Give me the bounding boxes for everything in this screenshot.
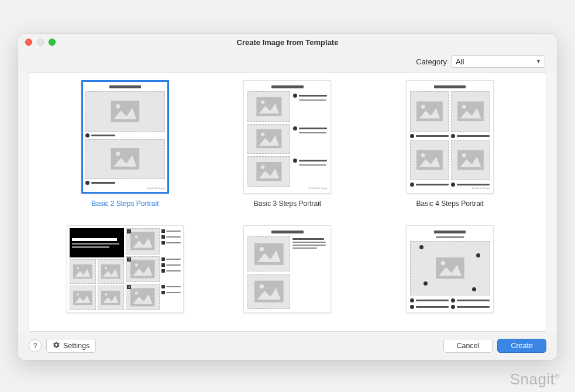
dialog-footer: ? Settings Cancel Create [18, 332, 557, 360]
settings-button[interactable]: Settings [46, 339, 96, 353]
template-label: Basic 4 Steps Portrait [416, 200, 483, 208]
create-button[interactable]: Create [497, 339, 546, 353]
svg-point-3 [116, 152, 120, 156]
svg-point-13 [462, 105, 466, 109]
template-item-6[interactable] [377, 225, 522, 313]
dialog-window: Create Image from Template Category All … [18, 34, 557, 360]
toolbar: Category All ▼ [18, 50, 557, 73]
template-label: Basic 3 Steps Portrait [254, 200, 321, 208]
svg-point-1 [116, 104, 120, 108]
svg-point-33 [260, 247, 264, 251]
svg-point-15 [421, 154, 425, 158]
svg-point-9 [261, 165, 264, 169]
svg-point-35 [260, 284, 264, 288]
svg-point-27 [135, 235, 138, 238]
svg-point-19 [77, 267, 79, 269]
svg-point-23 [77, 293, 79, 295]
window-title: Create Image from Template [18, 38, 557, 47]
gear-icon [53, 341, 60, 350]
svg-point-37 [440, 261, 445, 265]
template-basic-3-steps-portrait[interactable]: TechSmith Snagit Basic 3 Steps Portrait [215, 80, 360, 208]
svg-point-5 [261, 100, 264, 104]
brand-watermark: Snagit® [510, 370, 560, 388]
svg-point-29 [135, 263, 138, 266]
svg-point-11 [421, 105, 425, 109]
template-basic-4-steps-portrait[interactable]: TechSmith Snagit Basic 4 Steps Portrait [377, 80, 522, 208]
template-thumbnail: TechSmith Snagit [81, 80, 169, 194]
template-item-4[interactable]: 1 2 [53, 225, 198, 313]
help-button[interactable]: ? [29, 339, 42, 352]
svg-point-7 [261, 133, 264, 136]
template-label: Basic 2 Steps Portrait [91, 200, 159, 208]
titlebar: Create Image from Template [18, 34, 557, 50]
chevron-down-icon: ▼ [536, 59, 541, 64]
svg-point-31 [135, 291, 138, 294]
template-item-5[interactable] [215, 225, 360, 313]
template-basic-2-steps-portrait[interactable]: TechSmith Snagit Basic 2 Steps Portrait [53, 80, 198, 208]
svg-point-25 [105, 293, 108, 295]
svg-point-17 [462, 154, 466, 158]
help-icon: ? [33, 342, 37, 350]
category-label: Category [416, 57, 447, 66]
settings-button-label: Settings [63, 342, 89, 350]
template-thumbnail: 1 2 [67, 225, 184, 313]
template-thumbnail [406, 225, 494, 313]
category-dropdown-value: All [456, 57, 464, 66]
template-list: TechSmith Snagit Basic 2 Steps Portrait [29, 73, 546, 332]
cancel-button[interactable]: Cancel [443, 339, 493, 353]
template-thumbnail: TechSmith Snagit [406, 80, 494, 194]
svg-point-21 [105, 267, 108, 269]
template-thumbnail: TechSmith Snagit [243, 80, 331, 194]
category-dropdown[interactable]: All ▼ [452, 55, 545, 68]
template-thumbnail [243, 225, 331, 313]
